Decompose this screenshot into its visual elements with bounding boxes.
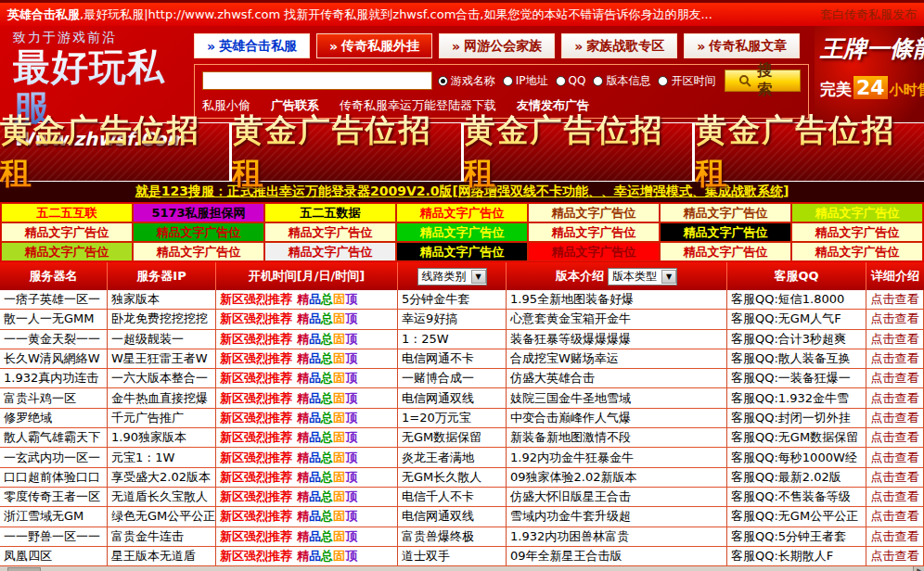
ad-cell-7[interactable]: 精品文字广告位 — [791, 203, 923, 222]
ad-cell-14[interactable]: 精品文字广告位 — [791, 222, 923, 242]
site-title-strong: 英雄合击私服 — [7, 6, 80, 23]
ad-cell-3[interactable]: 五二五数据 — [264, 203, 396, 222]
version-type-select[interactable]: 版本类型 ▼ — [608, 268, 677, 286]
detail-link[interactable]: 点击查看 — [871, 548, 919, 565]
tab-2[interactable]: »传奇私服外挂 — [316, 33, 432, 58]
promo-24: 24 — [853, 76, 888, 99]
site-logo: 致力于游戏前沿 最好玩私服 Www.zhwsf.Com — [0, 26, 190, 122]
search-radio-1[interactable]: 游戏名称 — [438, 73, 495, 89]
ad-cell-6[interactable]: 精品文字广告位 — [660, 203, 791, 222]
ad-cell-11[interactable]: 精品文字广告位 — [396, 222, 528, 242]
detail-link[interactable]: 点击查看 — [871, 528, 919, 545]
topbar-right-link[interactable]: 套白传奇私服发布 — [820, 6, 917, 23]
ad-cell-8[interactable]: 精品文字广告位 — [1, 222, 133, 242]
detail-link[interactable]: 点击查看 — [871, 291, 919, 308]
server-name-cell[interactable]: 散一人一无GMM — [0, 310, 108, 328]
detail-link[interactable]: 点击查看 — [871, 469, 919, 486]
ad-cell-2[interactable]: 5173私服担保网 — [133, 203, 264, 222]
ad-cell-19[interactable]: 精品文字广告位 — [528, 242, 660, 261]
server-name-cell[interactable]: 1.932真内功连击 — [0, 369, 108, 387]
search-button[interactable]: 搜索 — [725, 70, 801, 92]
server-name-cell[interactable]: 零度传奇王者一区 — [0, 488, 108, 506]
ad-cell-9[interactable]: 精品文字广告位 — [133, 222, 264, 242]
server-name-cell[interactable]: 浙江雪域无GM — [0, 507, 108, 526]
ad-cell-4[interactable]: 精品文字广告位 — [396, 203, 528, 222]
sticky-tag-char: 固 — [333, 508, 345, 525]
radio-label: IP地址 — [516, 73, 548, 89]
service-qq-cell: 客服QQ:长期散人F — [727, 547, 866, 565]
header-version-label: 版本介绍 — [556, 268, 604, 285]
version-cell: 合成挖宝W赌场幸运 — [507, 349, 727, 368]
service-qq-cell: 客服QQ:短信1.8000 — [727, 290, 866, 309]
server-name-cell[interactable]: 一玄武内功一区一 — [0, 448, 108, 466]
server-name-cell[interactable]: 口口超前体验口口 — [0, 468, 108, 487]
line-type-select[interactable]: 线路类别 ▼ — [417, 268, 487, 286]
server-name-cell[interactable]: 修罗绝域 — [0, 409, 108, 427]
tab-5[interactable]: »传奇私服文章 — [684, 33, 800, 58]
horizontal-scrollbar[interactable]: ▶ — [0, 566, 924, 571]
gold-ad-banner-2[interactable]: 黄金广告位招租 — [232, 123, 461, 181]
server-name-cell[interactable]: 富贵斗鸡一区 — [0, 388, 108, 407]
server-name-cell[interactable]: 散人霸气雄霸天下 — [0, 428, 108, 447]
tab-4[interactable]: »家族战歌专区 — [561, 33, 677, 58]
gold-ad-banner-3[interactable]: 黄金广告位招租 — [464, 123, 693, 181]
ad-cell-17[interactable]: 精品文字广告位 — [264, 242, 396, 261]
sticky-tag-char: 顶 — [345, 429, 357, 446]
open-time-cell: 新区强烈推荐精品总固顶 — [216, 488, 398, 506]
detail-link[interactable]: 点击查看 — [871, 489, 919, 505]
header-server-ip: 服务器IP — [108, 262, 216, 290]
gold-ad-banner-4[interactable]: 黄金广告位招租 — [695, 123, 924, 181]
detail-link[interactable]: 点击查看 — [871, 350, 919, 367]
detail-link[interactable]: 点击查看 — [871, 508, 919, 525]
sticky-tag-char: 精 — [297, 450, 309, 466]
version-cell: 1.95全新地图装备好爆 — [507, 290, 727, 309]
server-row-4: 长久W清风網絡WW星王狂雷王者W新区强烈推荐精品总固顶电信网通不卡合成挖宝W赌场… — [0, 349, 924, 369]
ad-cell-20[interactable]: 精品文字广告位 — [660, 242, 791, 261]
detail-link[interactable]: 点击查看 — [871, 429, 919, 446]
detail-link[interactable]: 点击查看 — [871, 450, 919, 466]
scrollbar-thumb[interactable] — [7, 567, 41, 571]
sticky-tag-char: 总 — [321, 370, 333, 387]
line-type-cell: 1=20万元宝 — [398, 409, 507, 427]
server-name-cell[interactable]: 一一野兽一区一一 — [0, 527, 108, 546]
detail-link[interactable]: 点击查看 — [871, 390, 919, 407]
ad-cell-13[interactable]: 精品文字广告位 — [660, 222, 791, 242]
new-zone-recommend-label: 新区强烈推荐 — [220, 390, 292, 407]
server-name-cell[interactable]: 一一黄金天裂一一 — [0, 330, 108, 349]
ad-cell-18[interactable]: 精品文字广告位 — [396, 242, 528, 261]
ad-cell-15[interactable]: 精品文字广告位 — [1, 242, 133, 261]
detail-link[interactable]: 点击查看 — [871, 311, 919, 327]
server-name-cell[interactable]: 凤凰四区 — [0, 547, 108, 565]
ad-cell-21[interactable]: 精品文字广告位 — [791, 242, 923, 261]
search-radio-5[interactable]: 开区时间 — [658, 73, 715, 89]
gold-ad-banner-1[interactable]: 黄金广告位招租 — [0, 123, 229, 181]
detail-cell: 点击查看 — [866, 310, 924, 328]
promo-pre: 完美 — [820, 80, 852, 98]
ad-cell-12[interactable]: 精品文字广告位 — [528, 222, 660, 242]
search-input[interactable] — [202, 71, 432, 90]
search-radio-4[interactable]: 版本信息 — [593, 73, 650, 89]
ad-cell-16[interactable]: 精品文字广告位 — [133, 242, 264, 261]
radio-label: QQ — [569, 74, 586, 87]
tab-1[interactable]: »英雄合击私服 — [194, 33, 310, 58]
ad-cell-1[interactable]: 五二五互联 — [1, 203, 133, 222]
sticky-tag-char: 顶 — [345, 370, 357, 387]
ad-cell-10[interactable]: 精品文字广告位 — [264, 222, 396, 242]
detail-link[interactable]: 点击查看 — [871, 370, 919, 387]
detail-link[interactable]: 点击查看 — [871, 410, 919, 426]
search-radio-2[interactable]: IP地址 — [503, 73, 548, 89]
search-radio-3[interactable]: QQ — [556, 74, 586, 87]
tab-3[interactable]: »网游公会家族 — [439, 33, 555, 58]
scrollbar-arrow-icon[interactable]: ▶ — [913, 566, 924, 571]
server-row-9: 一玄武内功一区一元宝1：1W新区强烈推荐精品总固顶炎龙王者满地1.92内功金牛狂… — [0, 448, 924, 467]
promo-banner[interactable]: 王牌一條龍 完美24小时售后服务 — [815, 26, 924, 122]
header-server-name: 服务器名 — [0, 262, 108, 290]
line-type-cell: 电信网通双线 — [398, 507, 507, 526]
ad-cell-5[interactable]: 精品文字广告位 — [528, 203, 660, 222]
server-name-cell[interactable]: 一痞子英雄一区一 — [0, 290, 108, 309]
radio-icon — [556, 76, 566, 86]
server-name-cell[interactable]: 长久W清风網絡W — [0, 349, 108, 368]
sticky-tag-char: 固 — [333, 450, 345, 466]
tab-arrow-icon: » — [452, 39, 460, 54]
detail-link[interactable]: 点击查看 — [871, 331, 919, 348]
